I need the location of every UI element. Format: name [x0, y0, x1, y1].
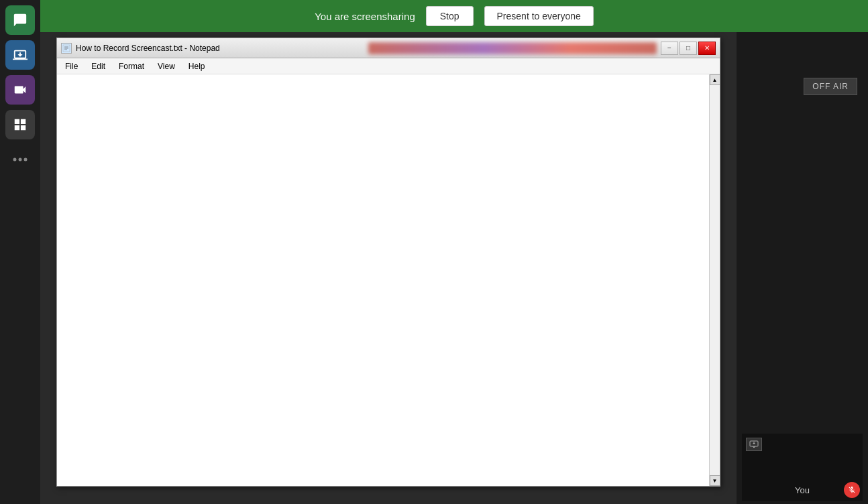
svg-point-2 [24, 158, 28, 162]
minimize-button[interactable]: − [661, 42, 678, 55]
sidebar-item-screenshare[interactable] [5, 40, 35, 70]
scrollbar[interactable]: ▲ ▼ [709, 74, 720, 486]
menu-file[interactable]: File [60, 60, 83, 72]
scroll-up-arrow[interactable]: ▲ [710, 74, 720, 85]
svg-point-0 [13, 158, 17, 162]
screenshare-banner: You are screensharing Stop Present to ev… [40, 0, 868, 32]
notepad-file-icon [62, 44, 70, 52]
more-dots-icon [13, 158, 28, 162]
sidebar-item-chat[interactable] [5, 5, 35, 35]
scroll-down-arrow[interactable]: ▼ [710, 475, 720, 486]
menu-help[interactable]: Help [183, 60, 211, 72]
main-area: You are screensharing Stop Present to ev… [40, 0, 868, 504]
menu-view[interactable]: View [152, 60, 180, 72]
sidebar-item-meet[interactable] [5, 75, 35, 105]
notepad-window: How to Record Screencast.txt - Notepad −… [56, 38, 720, 487]
content-area: How to Record Screencast.txt - Notepad −… [40, 32, 868, 504]
present-to-everyone-button[interactable]: Present to everyone [484, 6, 594, 26]
svg-point-1 [19, 158, 22, 162]
grid-icon [13, 117, 28, 132]
off-air-row: OFF AIR [737, 64, 868, 106]
meet-icon [13, 82, 28, 97]
screen-share-preview-icon [746, 438, 762, 451]
notepad-editor[interactable]: ▲ ▼ [57, 74, 720, 486]
sidebar-item-grid[interactable] [5, 110, 35, 139]
notepad-menubar: File Edit Format View Help [57, 58, 720, 74]
mute-badge [844, 482, 860, 498]
close-button[interactable]: ✕ [698, 42, 716, 55]
menu-format[interactable]: Format [113, 60, 150, 72]
stop-button[interactable]: Stop [426, 6, 474, 26]
video-preview: You [742, 434, 863, 501]
you-label: You [795, 485, 810, 495]
right-panel: OFF AIR You [737, 32, 868, 504]
sidebar-item-more[interactable] [5, 145, 35, 174]
menu-edit[interactable]: Edit [86, 60, 111, 72]
panel-spacer [737, 106, 868, 431]
notepad-container: How to Record Screencast.txt - Notepad −… [40, 32, 737, 504]
mute-icon [848, 486, 856, 494]
restore-button[interactable]: □ [680, 42, 697, 55]
notepad-title: How to Record Screencast.txt - Notepad [76, 44, 364, 53]
off-air-button[interactable]: OFF AIR [804, 78, 857, 95]
sidebar [0, 0, 40, 504]
notepad-app-icon [61, 43, 72, 54]
window-controls: − □ ✕ [661, 42, 716, 55]
screen-share-icon [13, 48, 28, 62]
blurred-title-area [368, 42, 657, 54]
screen-share-small-icon [749, 440, 759, 448]
notepad-titlebar: How to Record Screencast.txt - Notepad −… [57, 38, 720, 58]
chat-icon [13, 13, 28, 27]
screenshare-text: You are screensharing [315, 11, 415, 22]
